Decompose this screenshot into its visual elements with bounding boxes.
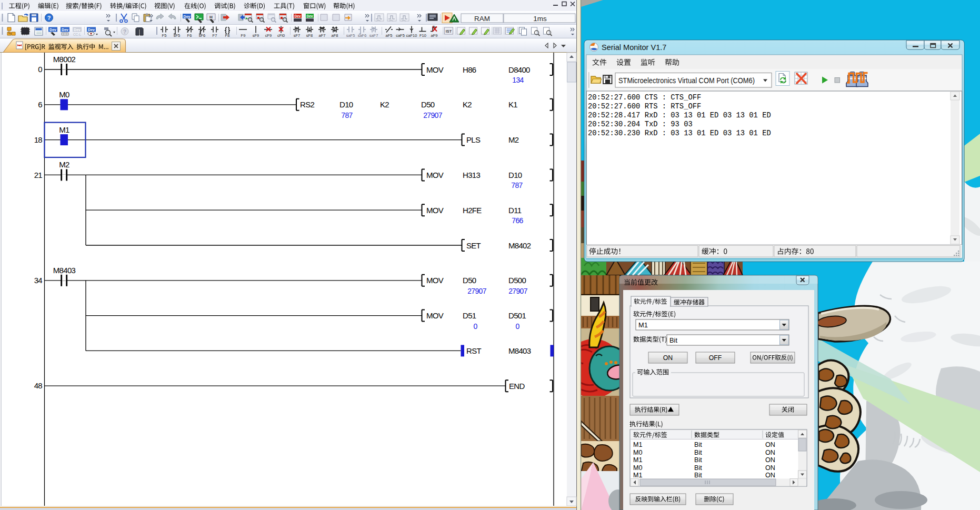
svg-text:787: 787	[341, 111, 353, 119]
svg-text:Bit: Bit	[694, 464, 702, 472]
svg-text:6: 6	[38, 100, 42, 109]
svg-text:20:52:28.417 RxD : 03 13 01 ED: 20:52:28.417 RxD : 03 13 01 ED 03 13 01 …	[588, 112, 771, 119]
svg-text:F6: F6	[187, 33, 192, 38]
svg-text:K2: K2	[380, 100, 389, 109]
svg-text:0: 0	[515, 322, 519, 331]
svg-text:ON: ON	[765, 441, 775, 448]
svg-text:STMicroelectronics Virtual COM: STMicroelectronics Virtual COM Port (COM…	[618, 76, 755, 85]
svg-text:D50: D50	[421, 100, 435, 109]
svg-text:MOV: MOV	[426, 171, 444, 179]
svg-text:ON: ON	[765, 464, 775, 472]
svg-text:Bit: Bit	[669, 336, 677, 344]
svg-text:aF7: aF7	[319, 33, 326, 38]
svg-text:caF10: caF10	[406, 33, 417, 38]
svg-text:MOV: MOV	[426, 276, 444, 285]
svg-text:CC-L: CC-L	[73, 33, 82, 36]
svg-text:M1: M1	[633, 441, 643, 448]
svg-text:Bit: Bit	[694, 456, 702, 464]
svg-text:aF5: aF5	[386, 33, 393, 38]
svg-text:20:52:27.600 RTS : RTS_OFF: 20:52:27.600 RTS : RTS_OFF	[588, 103, 701, 111]
svg-text:M8402: M8402	[508, 241, 531, 250]
svg-text:F8: F8	[225, 33, 230, 38]
svg-text:134: 134	[512, 76, 524, 84]
svg-text:M8002: M8002	[53, 55, 76, 64]
svg-text:H2FE: H2FE	[463, 206, 482, 215]
svg-text:SET: SET	[466, 241, 481, 250]
svg-text:F5: F5	[162, 33, 167, 38]
svg-text:F9: F9	[241, 33, 246, 38]
svg-text:sF6: sF6	[199, 33, 206, 38]
svg-text:M8403: M8403	[508, 346, 531, 355]
svg-text:M1: M1	[633, 456, 643, 464]
svg-text:27907: 27907	[508, 287, 527, 295]
svg-text:M0: M0	[633, 464, 643, 472]
svg-text:caF5: caF5	[396, 33, 405, 38]
svg-text:sF7: sF7	[294, 33, 301, 38]
svg-text:M0: M0	[633, 449, 643, 456]
svg-text:20:52:30.204 TxD : 93 03: 20:52:30.204 TxD : 93 03	[588, 121, 693, 128]
svg-text:MOV: MOV	[426, 206, 444, 215]
svg-text:D8400: D8400	[508, 65, 530, 74]
svg-text:ON: ON	[765, 449, 775, 456]
svg-text:OFF: OFF	[709, 354, 722, 362]
svg-text:D500: D500	[508, 276, 526, 285]
svg-text:MOV: MOV	[426, 311, 444, 320]
svg-text:F7: F7	[213, 33, 217, 38]
svg-text:Dev: Dev	[307, 14, 313, 18]
svg-text:D10: D10	[508, 171, 522, 179]
svg-text:K1: K1	[508, 100, 517, 109]
svg-text:M1: M1	[59, 125, 69, 134]
svg-text:?: ?	[47, 15, 51, 21]
svg-text:K2: K2	[463, 100, 472, 109]
svg-text:Serial Monitor V1.7: Serial Monitor V1.7	[602, 43, 666, 52]
svg-text:20:52:27.600 CTS : CTS_OFF: 20:52:27.600 CTS : CTS_OFF	[588, 94, 701, 102]
svg-text:Dev: Dev	[74, 28, 81, 32]
svg-text:cF9: cF9	[265, 33, 272, 38]
svg-text:21: 21	[34, 171, 43, 179]
svg-text:Dev: Dev	[88, 28, 95, 32]
svg-text:27907: 27907	[467, 287, 486, 295]
svg-text:Dev: Dev	[184, 15, 191, 18]
svg-text:Bit: Bit	[694, 472, 702, 479]
svg-text:saF5: saF5	[346, 33, 355, 38]
svg-text:766: 766	[512, 216, 523, 225]
svg-text:ON: ON	[765, 472, 775, 479]
svg-text:sF5: sF5	[174, 33, 181, 38]
svg-text:sF8: sF8	[306, 33, 313, 38]
svg-text:H313: H313	[463, 171, 480, 179]
svg-text:F10: F10	[419, 33, 426, 38]
svg-text:IST: IST	[446, 29, 452, 34]
svg-text:RAM: RAM	[474, 15, 490, 23]
svg-text:M2: M2	[59, 160, 69, 169]
svg-text:cFl0: cFl0	[277, 33, 285, 38]
svg-text:sF9: sF9	[253, 33, 259, 38]
svg-text:48: 48	[34, 381, 43, 390]
svg-text:D11: D11	[508, 206, 522, 215]
svg-text:0: 0	[473, 322, 477, 331]
svg-text:Dev: Dev	[62, 28, 68, 32]
svg-text:D50: D50	[463, 276, 476, 285]
svg-text:18: 18	[34, 135, 43, 144]
svg-text:D501: D501	[508, 311, 526, 320]
svg-text:aF8: aF8	[332, 33, 338, 38]
svg-text:saF7: saF7	[369, 33, 378, 38]
svg-text:Dev: Dev	[49, 28, 56, 32]
svg-text:H: H	[209, 15, 213, 19]
svg-text:D10: D10	[339, 100, 353, 109]
svg-text:END: END	[509, 382, 525, 391]
svg-text:aF9: aF9	[431, 33, 438, 38]
svg-text:M8403: M8403	[53, 266, 76, 275]
svg-text:H86: H86	[463, 65, 476, 74]
svg-text:M1: M1	[633, 472, 643, 479]
svg-text:Bit: Bit	[694, 441, 702, 448]
svg-text:27907: 27907	[423, 111, 442, 119]
svg-text:T: T	[433, 25, 435, 29]
svg-text:M1: M1	[638, 321, 648, 329]
svg-text:RS2: RS2	[300, 100, 314, 109]
svg-text:34: 34	[34, 276, 43, 285]
svg-text:787: 787	[511, 181, 523, 189]
svg-text:?: ?	[123, 29, 126, 35]
svg-text:1ms: 1ms	[533, 15, 547, 23]
svg-text:D51: D51	[463, 311, 476, 320]
svg-text:PLS: PLS	[466, 135, 481, 144]
